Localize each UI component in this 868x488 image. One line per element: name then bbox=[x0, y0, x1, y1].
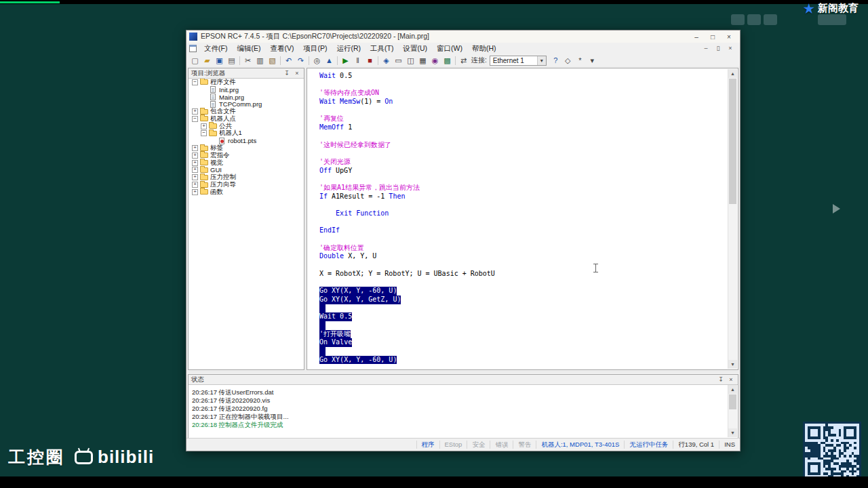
tree-item[interactable]: +GUI bbox=[190, 167, 303, 174]
code-line[interactable]: '关闭光源 bbox=[319, 158, 728, 167]
code-line[interactable]: Go XY(X, Y, -60, U) bbox=[319, 287, 728, 296]
code-line[interactable]: '等待内存点变成ON bbox=[319, 89, 728, 98]
close-icon[interactable]: × bbox=[293, 70, 301, 77]
tree-item[interactable]: −机器人1 bbox=[190, 130, 303, 138]
code-line[interactable] bbox=[319, 218, 728, 227]
paste-icon[interactable]: ▧ bbox=[267, 56, 278, 66]
connect-icon[interactable]: ⇄ bbox=[458, 56, 469, 66]
code-line[interactable]: Wait MemSw(1) = On bbox=[319, 98, 728, 106]
tree-item[interactable]: robot1.pts bbox=[190, 137, 303, 144]
code-line[interactable]: Go XY(X, Y, -60, U) bbox=[319, 356, 728, 365]
help-icon[interactable]: ? bbox=[550, 56, 561, 66]
menu-item[interactable]: 设置(U) bbox=[398, 43, 432, 54]
menu-item[interactable]: 运行(R) bbox=[332, 43, 366, 54]
build-icon[interactable]: ▲ bbox=[323, 56, 335, 66]
scroll-up-icon[interactable]: ▲ bbox=[728, 69, 737, 78]
expand-toggle-icon[interactable]: + bbox=[192, 108, 198, 115]
menu-item[interactable]: 项目(P) bbox=[298, 43, 332, 54]
expand-toggle-icon[interactable]: + bbox=[192, 189, 198, 195]
scroll-up-icon[interactable]: ▲ bbox=[728, 385, 737, 394]
expand-toggle-icon[interactable]: − bbox=[201, 130, 207, 136]
connection-select[interactable]: Ethernet 1 ▾ bbox=[490, 56, 547, 66]
io-monitor-icon[interactable]: ◫ bbox=[405, 56, 416, 66]
save-icon[interactable]: ▣ bbox=[214, 56, 225, 66]
tree-item[interactable]: −机器人点 bbox=[190, 115, 303, 123]
code-line[interactable]: Go XY(X, Y, GetZ, U) bbox=[319, 296, 728, 304]
print-icon[interactable]: ▤ bbox=[226, 56, 237, 66]
menu-item[interactable]: 查看(V) bbox=[265, 43, 298, 54]
cut-icon[interactable]: ✂ bbox=[242, 56, 254, 66]
tree-item[interactable]: +压力控制 bbox=[190, 174, 303, 181]
mdi-close-button[interactable]: × bbox=[725, 44, 736, 53]
pin-icon[interactable]: ↧ bbox=[283, 70, 291, 77]
code-line[interactable]: '确定取料位置 bbox=[319, 244, 728, 253]
tree-item[interactable]: +公共 bbox=[190, 123, 303, 130]
code-line[interactable]: Wait 0.5 bbox=[319, 312, 728, 321]
titlebar[interactable]: EPSON RC+ 7.4.5 - 项目 C:\EpsonRC70\Projec… bbox=[186, 30, 740, 43]
mdi-minimize-button[interactable]: – bbox=[701, 44, 711, 53]
menu-item[interactable]: 编辑(E) bbox=[232, 43, 265, 54]
tree-item[interactable]: TCPComm.prg bbox=[190, 100, 303, 108]
expand-toggle-icon[interactable]: + bbox=[192, 182, 198, 188]
expand-toggle-icon[interactable]: + bbox=[192, 152, 198, 159]
open-icon[interactable]: ▰ bbox=[201, 56, 213, 66]
code-line[interactable]: '打开吸嘴 bbox=[319, 330, 728, 339]
vision-icon[interactable]: ◉ bbox=[429, 56, 441, 66]
menu-item[interactable]: 工具(T) bbox=[366, 43, 398, 54]
code-line[interactable] bbox=[319, 235, 728, 244]
close-icon[interactable]: × bbox=[727, 376, 735, 384]
editor-vertical-scrollbar[interactable]: ▲ ▼ bbox=[728, 69, 737, 369]
toolbar-overflow-icon[interactable]: ▾ bbox=[587, 56, 598, 66]
code-line[interactable] bbox=[319, 132, 728, 141]
expand-toggle-icon[interactable]: + bbox=[192, 160, 198, 166]
mdi-restore-button[interactable]: ▯ bbox=[713, 44, 724, 53]
maximize-button[interactable]: □ bbox=[705, 32, 721, 42]
copy-icon[interactable]: ▥ bbox=[254, 56, 266, 66]
scrollbar-thumb[interactable] bbox=[729, 394, 736, 409]
code-line[interactable] bbox=[319, 304, 728, 313]
code-line[interactable]: '再复位 bbox=[319, 115, 728, 123]
expand-toggle-icon[interactable]: + bbox=[192, 174, 198, 180]
expand-toggle-icon[interactable]: + bbox=[192, 145, 198, 151]
expand-toggle-icon[interactable]: + bbox=[192, 167, 198, 173]
tree-item[interactable]: +压力向导 bbox=[190, 181, 303, 188]
tree-item[interactable]: +宏指令 bbox=[190, 152, 303, 159]
menu-item[interactable]: 窗口(W) bbox=[432, 43, 467, 54]
stop-icon[interactable]: ■ bbox=[364, 56, 376, 66]
code-line[interactable] bbox=[319, 149, 728, 158]
simulator-icon[interactable]: ◇ bbox=[562, 56, 574, 66]
code-line[interactable]: EndIf bbox=[319, 226, 728, 235]
scrollbar-thumb[interactable] bbox=[729, 79, 736, 204]
code-line[interactable] bbox=[319, 321, 728, 330]
redo-icon[interactable]: ↷ bbox=[295, 56, 307, 66]
minimize-button[interactable]: – bbox=[688, 32, 705, 42]
code-line[interactable] bbox=[319, 175, 728, 184]
scroll-down-icon[interactable]: ▼ bbox=[728, 428, 737, 437]
pause-icon[interactable]: ‖ bbox=[352, 56, 363, 66]
command-window-icon[interactable]: ▭ bbox=[393, 56, 404, 66]
task-manager-icon[interactable]: ▦ bbox=[417, 56, 429, 66]
code-line[interactable]: On Valve bbox=[319, 338, 728, 347]
code-line[interactable] bbox=[319, 347, 728, 356]
code-editor[interactable]: Wait 0.5'等待内存点变成ONWait MemSw(1) = On'再复位… bbox=[307, 68, 738, 370]
options-icon[interactable]: * bbox=[574, 56, 586, 66]
code-line[interactable]: If A1Result = -1 Then bbox=[319, 192, 728, 201]
code-line[interactable] bbox=[319, 81, 728, 89]
undo-icon[interactable]: ↶ bbox=[283, 56, 294, 66]
expand-toggle-icon[interactable]: − bbox=[192, 79, 198, 85]
tree-item[interactable]: +标签 bbox=[190, 144, 303, 152]
code-area[interactable]: Wait 0.5'等待内存点变成ONWait MemSw(1) = On'再复位… bbox=[307, 68, 728, 369]
tree-item[interactable]: −程序文件 bbox=[190, 79, 303, 86]
tree-item[interactable]: +视觉 bbox=[190, 159, 303, 167]
new-icon[interactable]: ▢ bbox=[189, 56, 201, 66]
code-line[interactable]: '这时候已经拿到数据了 bbox=[319, 141, 728, 150]
code-line[interactable] bbox=[319, 201, 728, 209]
code-line[interactable] bbox=[319, 261, 728, 270]
code-line[interactable]: Wait 0.5 bbox=[319, 72, 728, 81]
scroll-down-icon[interactable]: ▼ bbox=[728, 360, 737, 369]
status-vertical-scrollbar[interactable]: ▲ ▼ bbox=[728, 385, 737, 437]
close-button[interactable]: × bbox=[721, 32, 737, 42]
menu-item[interactable]: 帮助(H) bbox=[467, 43, 501, 54]
start-icon[interactable]: ▶ bbox=[340, 56, 351, 66]
code-line[interactable]: X = RobotX; Y = RobotY; U = UBasic + Rob… bbox=[319, 270, 728, 279]
